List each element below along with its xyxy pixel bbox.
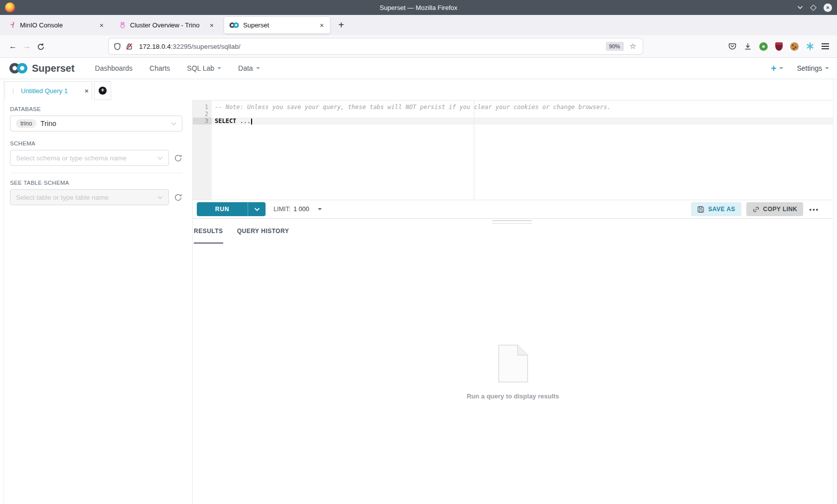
database-select[interactable]: trino Trino (10, 116, 182, 131)
limit-value: 1 000 (293, 206, 309, 213)
chevron-down-icon (157, 156, 163, 160)
schema-placeholder: Select schema or type schema name (16, 154, 127, 162)
reload-icon (37, 43, 45, 51)
pocket-icon[interactable] (728, 42, 736, 50)
firefox-logo-icon (5, 2, 15, 12)
chevron-down-icon (217, 67, 221, 69)
url-bar[interactable]: 172.18.0.4:32295/superset/sqllab/ 90% ☆ (109, 38, 643, 54)
reload-button[interactable] (34, 42, 48, 51)
save-floppy-icon (697, 206, 704, 213)
sql-keyword: SELECT (215, 118, 236, 125)
active-code-line: SELECT ... (212, 118, 833, 125)
results-empty-state: Run a query to display results (193, 244, 833, 503)
settings-menu-button[interactable]: Settings (797, 64, 829, 72)
nav-item-dashboards[interactable]: Dashboards (87, 64, 141, 72)
table-placeholder: Select table or type table name (16, 194, 109, 201)
nav-item-data[interactable]: Data (230, 64, 269, 72)
table-select[interactable]: Select table or type table name (10, 189, 169, 205)
chevron-down-icon (825, 67, 829, 69)
new-tab-button[interactable]: + (334, 19, 348, 31)
browser-tab-minio[interactable]: MinIO Console × (4, 17, 110, 33)
drag-handle-icon[interactable]: ⋮ (10, 87, 16, 95)
brand-name[interactable]: Superset (32, 63, 75, 74)
nav-item-charts[interactable]: Charts (141, 64, 178, 72)
editor-gutter: 1 2 3 (193, 101, 212, 200)
run-query-button[interactable]: RUN (197, 202, 266, 216)
line-number: 2 (193, 111, 212, 118)
window-maximize-icon[interactable] (810, 4, 817, 11)
url-text[interactable]: 172.18.0.4:32295/superset/sqllab/ (139, 43, 240, 50)
results-panel: RESULTS QUERY HISTORY Run a query to dis… (193, 218, 833, 504)
query-tab-close-icon[interactable]: × (85, 87, 89, 95)
more-options-button[interactable]: ••• (808, 206, 820, 213)
new-item-menu-button[interactable]: + (771, 63, 783, 74)
refresh-tables-icon[interactable] (174, 193, 182, 202)
downloads-icon[interactable] (744, 42, 752, 50)
url-host: 172.18.0.4 (139, 43, 171, 50)
chevron-down-icon (157, 196, 163, 199)
sidebar-divider (10, 173, 182, 173)
chevron-down-icon (779, 67, 783, 69)
line-number-active: 3 (193, 118, 212, 125)
menu-hamburger-icon[interactable] (822, 43, 829, 49)
shield-permissions-icon[interactable] (114, 43, 121, 50)
copy-link-button[interactable]: COPY LINK (746, 202, 804, 216)
database-value: Trino (40, 120, 56, 127)
sql-editor[interactable]: 1 2 3 -- Note: Unless you save your quer… (193, 100, 833, 200)
query-tab-title: Untitled Query 1 (21, 87, 68, 95)
schema-label: SCHEMA (10, 140, 182, 146)
row-limit-control[interactable]: LIMIT: 1 000 (274, 206, 322, 213)
query-tab-bar: ⋮ Untitled Query 1 × + (4, 79, 833, 100)
schema-select[interactable]: Select schema or type schema name (10, 150, 169, 166)
chevron-down-icon (254, 208, 260, 211)
text-cursor (251, 119, 252, 125)
asterisk-extension-icon[interactable] (806, 42, 814, 50)
browser-tab-label: Cluster Overview - Trino (130, 21, 204, 29)
chevron-down-icon (256, 67, 260, 69)
extension-green-icon[interactable] (759, 42, 768, 51)
database-type-tag: trino (16, 119, 36, 128)
forward-button: → (20, 42, 34, 51)
trino-bunny-icon (119, 21, 126, 29)
add-query-tab-button[interactable]: + (94, 81, 111, 100)
tab-close-icon[interactable]: × (208, 21, 216, 29)
tab-close-icon[interactable]: × (98, 21, 106, 29)
tab-query-history[interactable]: QUERY HISTORY (237, 219, 289, 244)
query-tab-active[interactable]: ⋮ Untitled Query 1 × (4, 81, 92, 100)
run-options-button[interactable] (248, 202, 266, 216)
sql-comment: -- Note: Unless you save your query, the… (215, 104, 611, 111)
panel-resize-handle[interactable] (492, 220, 532, 226)
tab-results[interactable]: RESULTS (194, 219, 223, 244)
page-zoom-badge[interactable]: 90% (606, 42, 624, 51)
limit-label: LIMIT: (274, 206, 290, 213)
window-close-button[interactable]: × (824, 3, 832, 12)
editor-toolbar: RUN LIMIT: 1 000 (193, 200, 833, 218)
tab-close-icon[interactable]: × (318, 21, 326, 29)
table-schema-label: SEE TABLE SCHEMA (10, 180, 182, 186)
ublock-shield-icon[interactable] (775, 42, 783, 51)
refresh-schemas-icon[interactable] (174, 154, 182, 162)
bookmark-star-icon[interactable]: ☆ (628, 42, 638, 51)
url-path: :32295/superset/sqllab/ (171, 43, 241, 50)
sql-lab-container: ⋮ Untitled Query 1 × + DATABASE trino Tr… (3, 79, 834, 504)
plus-icon: + (771, 63, 776, 74)
run-label[interactable]: RUN (197, 202, 248, 216)
sql-code: ... (236, 118, 251, 125)
sqllab-sidebar: DATABASE trino Trino SCHEMA Select schem… (4, 100, 193, 504)
browser-toolbar: ← → 172.18.0.4:32295/superset/sqllab/ 90… (0, 35, 837, 58)
nav-item-sql-lab[interactable]: SQL Lab (178, 64, 230, 72)
window-titlebar: Superset — Mozilla Firefox × (0, 0, 837, 15)
superset-logo[interactable] (9, 62, 28, 74)
superset-navbar: Superset Dashboards Charts SQL Lab Data … (0, 58, 837, 79)
back-button[interactable]: ← (6, 42, 20, 51)
insecure-lock-icon[interactable] (126, 43, 133, 50)
chevron-down-icon (318, 208, 322, 210)
browser-tab-label: Superset (243, 21, 314, 29)
save-as-button[interactable]: SAVE AS (691, 202, 741, 216)
cookie-extension-icon[interactable] (790, 42, 799, 51)
browser-tab-trino[interactable]: Cluster Overview - Trino × (114, 17, 220, 33)
superset-favicon (229, 22, 239, 28)
browser-tab-superset[interactable]: Superset × (224, 17, 330, 33)
window-minimize-icon[interactable] (797, 5, 803, 9)
editor-code-area[interactable]: -- Note: Unless you save your query, the… (212, 101, 833, 200)
